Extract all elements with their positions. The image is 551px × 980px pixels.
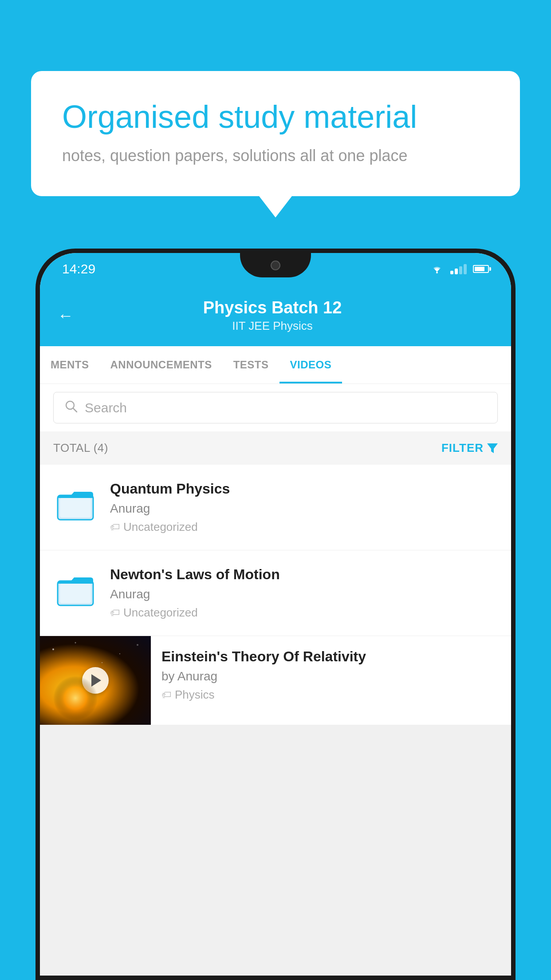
video-list: Quantum Physics Anurag 🏷 Uncategorized (40, 465, 511, 725)
svg-point-12 (102, 662, 102, 663)
phone-frame: 14:29 (35, 249, 516, 980)
folder-thumb-quantum (53, 481, 98, 525)
bubble-subtitle: notes, question papers, solutions all at… (62, 146, 489, 165)
phone-screen: 14:29 (40, 253, 511, 976)
signal-icon (450, 264, 467, 274)
svg-point-13 (53, 676, 98, 720)
space-bg (40, 636, 151, 725)
svg-marker-3 (487, 443, 498, 453)
notch (240, 253, 311, 277)
video-info-einstein: Einstein's Theory Of Relativity by Anura… (151, 636, 511, 714)
video-title-quantum: Quantum Physics (110, 481, 498, 497)
back-button[interactable]: ← (58, 306, 74, 325)
search-bar-container: Search (40, 384, 511, 431)
video-title-einstein: Einstein's Theory Of Relativity (161, 648, 500, 665)
video-item-quantum[interactable]: Quantum Physics Anurag 🏷 Uncategorized (40, 465, 511, 550)
video-tag-einstein: 🏷 Physics (161, 688, 500, 702)
search-input-wrap[interactable]: Search (53, 392, 498, 423)
header-title: Physics Batch 12 (87, 298, 458, 317)
video-tag-quantum: 🏷 Uncategorized (110, 520, 498, 534)
camera (271, 261, 280, 270)
tab-tests[interactable]: TESTS (223, 346, 279, 383)
video-info-quantum: Quantum Physics Anurag 🏷 Uncategorized (110, 481, 498, 534)
video-author-einstein: by Anurag (161, 669, 500, 684)
video-item-einstein[interactable]: Einstein's Theory Of Relativity by Anura… (40, 636, 511, 725)
tag-icon-einstein: 🏷 (161, 689, 171, 701)
tag-icon-quantum: 🏷 (110, 522, 120, 533)
tab-bar: MENTS ANNOUNCEMENTS TESTS VIDEOS (40, 346, 511, 384)
svg-point-9 (75, 642, 76, 644)
total-count: TOTAL (4) (53, 441, 108, 455)
tag-label-quantum: Uncategorized (123, 520, 198, 534)
bubble-title: Organised study material (62, 98, 489, 136)
tag-icon-newton: 🏷 (110, 607, 120, 619)
app-header: ← Physics Batch 12 IIT JEE Physics (40, 285, 511, 346)
folder-icon-newton (55, 569, 95, 609)
tab-videos[interactable]: VIDEOS (279, 346, 342, 383)
header-title-block: Physics Batch 12 IIT JEE Physics (87, 298, 458, 333)
battery-icon (473, 265, 489, 273)
status-icons (430, 264, 489, 274)
video-author-newton: Anurag (110, 587, 498, 601)
thumb-background (40, 636, 151, 725)
tab-announcements[interactable]: ANNOUNCEMENTS (100, 346, 223, 383)
folder-icon-quantum (55, 483, 95, 523)
tab-ments[interactable]: MENTS (40, 346, 100, 383)
svg-point-11 (137, 644, 138, 646)
folder-thumb-newton (53, 566, 98, 611)
video-tag-newton: 🏷 Uncategorized (110, 606, 498, 620)
status-bar: 14:29 (40, 253, 511, 285)
svg-rect-5 (60, 498, 91, 518)
filter-funnel-icon (487, 443, 498, 453)
svg-point-0 (436, 272, 438, 273)
video-item-newton[interactable]: Newton's Laws of Motion Anurag 🏷 Uncateg… (40, 550, 511, 636)
svg-point-8 (52, 648, 54, 650)
filter-button[interactable]: FILTER (441, 441, 498, 455)
search-placeholder: Search (85, 400, 127, 415)
tag-label-einstein: Physics (175, 688, 215, 702)
wifi-icon (430, 264, 444, 274)
svg-rect-7 (60, 584, 91, 603)
svg-line-2 (73, 408, 77, 412)
video-title-newton: Newton's Laws of Motion (110, 566, 498, 583)
video-info-newton: Newton's Laws of Motion Anurag 🏷 Uncateg… (110, 566, 498, 620)
einstein-thumbnail (40, 636, 151, 725)
status-time: 14:29 (62, 261, 95, 277)
header-subtitle: IIT JEE Physics (87, 319, 458, 333)
search-icon (64, 399, 78, 416)
filter-label: FILTER (441, 441, 484, 455)
tag-label-newton: Uncategorized (123, 606, 198, 620)
speech-bubble: Organised study material notes, question… (31, 71, 520, 196)
filter-bar: TOTAL (4) FILTER (40, 431, 511, 465)
video-author-quantum: Anurag (110, 502, 498, 516)
svg-point-10 (119, 653, 120, 654)
